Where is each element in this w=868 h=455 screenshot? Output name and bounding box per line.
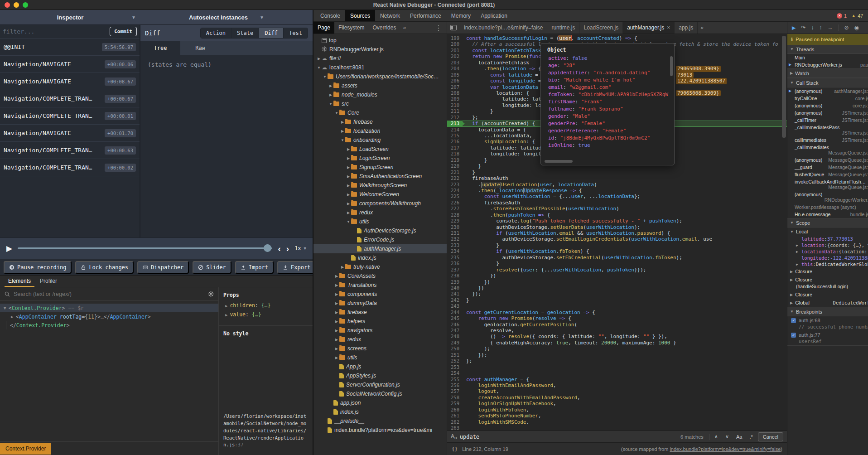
step-forward-icon[interactable]: › bbox=[286, 244, 289, 253]
scope-variable[interactable]: longitude: -122.4209113885… bbox=[787, 255, 868, 261]
line-number[interactable]: 245 bbox=[447, 315, 463, 321]
line-number[interactable]: 262 bbox=[447, 419, 463, 425]
component-tree-row[interactable]: ▼ <Context.Provider> == $r bbox=[0, 304, 218, 312]
file-tree-item[interactable]: ▶truly-native bbox=[313, 262, 447, 271]
play-icon[interactable]: ▶ bbox=[6, 244, 12, 253]
line-number[interactable]: 215 bbox=[447, 133, 463, 139]
file-tree-item[interactable]: AuthDeviceStorage.js bbox=[313, 226, 447, 235]
devtools-tab-memory[interactable]: Memory bbox=[446, 10, 476, 21]
regex-toggle[interactable]: .* bbox=[747, 433, 755, 440]
line-number[interactable]: 210 bbox=[447, 102, 463, 108]
line-number[interactable]: 240 bbox=[447, 285, 463, 291]
component-tree-row[interactable]: ▶ <AppContainer rootTag={11}>…</AppConta… bbox=[0, 312, 218, 321]
call-stack-frame[interactable]: Worker.postMessage (async) bbox=[787, 203, 868, 211]
thread-item[interactable]: ▶RNDebuggerWorker.jspaused bbox=[787, 61, 868, 68]
code-line[interactable]: 257 logout, bbox=[447, 388, 787, 394]
action-item[interactable]: Navigation/NAVIGATE+00:01.70 bbox=[0, 125, 140, 142]
action-item[interactable]: Navigation/COMPLETE_TRAN…+00:00.01 bbox=[0, 107, 140, 125]
file-tree-item[interactable]: ▶LoginScreen bbox=[313, 154, 447, 163]
file-tree-item[interactable]: ▼src bbox=[313, 99, 447, 108]
match-case-toggle[interactable]: Aa bbox=[734, 433, 744, 440]
line-number[interactable]: 221 bbox=[447, 169, 463, 175]
file-tree-item[interactable]: SocialNetworkConfig.js bbox=[313, 389, 447, 398]
code-line[interactable]: 253 bbox=[447, 364, 787, 370]
call-stack-frame[interactable]: Hn.e.onmessagebundle.js:10 bbox=[787, 211, 868, 218]
code-line[interactable]: 232 authDeviceStorage.setEmailLoginCrede… bbox=[447, 236, 787, 242]
file-tab-runtime-js[interactable]: runtime.js bbox=[547, 22, 579, 34]
threads-section-header[interactable]: ▼Threads bbox=[787, 45, 868, 54]
code-line[interactable]: 252}; bbox=[447, 358, 787, 364]
toolbar-slider-button[interactable]: Slider bbox=[193, 261, 231, 274]
file-tree-item[interactable]: ▼Users/florian/workspace/instamobile/Soc… bbox=[313, 72, 447, 81]
line-number[interactable]: 259 bbox=[447, 401, 463, 407]
toolbar-export-button[interactable]: Export bbox=[277, 261, 316, 274]
error-count-badge[interactable]: ✕1 bbox=[837, 13, 847, 19]
line-number[interactable]: 207 bbox=[447, 84, 463, 90]
file-tree-item[interactable]: ▶CoreAssets bbox=[313, 271, 447, 281]
prop-row[interactable]: ▶value: {…} bbox=[219, 310, 313, 319]
diff-view-tree[interactable]: Tree bbox=[140, 41, 180, 55]
editor-scrollbar[interactable] bbox=[782, 36, 786, 138]
line-number[interactable]: 202 bbox=[447, 53, 463, 59]
action-item[interactable]: Navigation/NAVIGATE+00:00.06 bbox=[0, 56, 140, 73]
action-filter-input[interactable] bbox=[3, 28, 107, 35]
scope-variable[interactable]: latitude: 37.773013 bbox=[787, 236, 868, 242]
line-number[interactable]: 257 bbox=[447, 388, 463, 394]
file-tree-item[interactable]: __prelude__ bbox=[313, 416, 447, 426]
file-tree-item[interactable]: App.js bbox=[313, 362, 447, 371]
step-over-icon[interactable]: ↷ bbox=[801, 24, 805, 31]
file-tree-item[interactable]: ▶dummyData bbox=[313, 299, 447, 308]
code-editor[interactable]: 199const handleSuccessfulLogin = (user, … bbox=[447, 34, 787, 431]
breakpoint-item[interactable]: ✓auth.js:77usersRef bbox=[787, 331, 868, 345]
file-tree-item[interactable]: index.js bbox=[313, 407, 447, 416]
step-out-icon[interactable]: ↑ bbox=[820, 24, 822, 31]
code-line[interactable]: 241 }); bbox=[447, 291, 787, 297]
tooltip-vertical-scrollbar[interactable] bbox=[670, 56, 673, 76]
code-line[interactable]: 225 const userWithLocation = {...user, .… bbox=[447, 194, 787, 199]
devtools-tab-sources[interactable]: Sources bbox=[345, 10, 375, 21]
navigator-menu-icon[interactable]: ⋮ bbox=[430, 22, 447, 34]
line-number[interactable]: 239 bbox=[447, 279, 463, 285]
call-stack-frame[interactable]: _callImmediatesMessageQueue.js:407 bbox=[787, 144, 868, 156]
deactivate-breakpoints-icon[interactable]: ⊘ bbox=[844, 24, 849, 31]
line-number[interactable]: 199 bbox=[447, 35, 463, 41]
line-number[interactable]: 228 bbox=[447, 212, 463, 218]
line-number[interactable]: 238 bbox=[447, 273, 463, 279]
line-number[interactable]: 246 bbox=[447, 322, 463, 328]
toolbar-dispatcher-button[interactable]: Dispatcher bbox=[137, 261, 189, 274]
scope-section-closure[interactable]: ▶Closure bbox=[787, 267, 868, 276]
component-tree-row[interactable]: </Context.Provider> bbox=[6, 321, 218, 329]
file-tree-item[interactable]: ▶SignupScreen bbox=[313, 163, 447, 172]
line-number[interactable]: 223 bbox=[447, 182, 463, 188]
line-number[interactable]: 263 bbox=[447, 425, 463, 431]
line-number[interactable]: 244 bbox=[447, 310, 463, 315]
gear-icon[interactable] bbox=[208, 291, 214, 297]
line-number[interactable]: 237 bbox=[447, 267, 463, 273]
line-number[interactable]: 227 bbox=[447, 206, 463, 212]
code-line[interactable]: 236 } bbox=[447, 261, 787, 266]
diff-view-raw[interactable]: Raw bbox=[180, 41, 220, 55]
code-line[interactable]: 243 bbox=[447, 303, 787, 309]
code-line[interactable]: 238 }) bbox=[447, 273, 787, 279]
code-line[interactable]: 258 createAccountWithEmailAndPassword, bbox=[447, 395, 787, 401]
action-item[interactable]: Navigation/COMPLETE_TRAN…+00:00.02 bbox=[0, 159, 140, 176]
scope-section-header[interactable]: ▼Scope bbox=[787, 218, 868, 228]
diff-mode-test[interactable]: Test bbox=[283, 28, 308, 38]
line-number[interactable]: 260 bbox=[447, 407, 463, 413]
playback-slider[interactable] bbox=[18, 245, 272, 252]
line-number[interactable]: 236 bbox=[447, 261, 463, 266]
call-stack-section-header[interactable]: ▼Call Stack bbox=[787, 78, 868, 87]
step-into-icon[interactable]: ↓ bbox=[811, 24, 814, 31]
file-tree-item[interactable]: index.bundle?platform=ios&dev=true&mi bbox=[313, 426, 447, 435]
line-number[interactable]: 261 bbox=[447, 413, 463, 419]
file-tree-item[interactable]: ▶components bbox=[313, 290, 447, 299]
scope-section-global[interactable]: ▶GlobalDedicatedWorke… bbox=[787, 299, 868, 307]
file-tree-item[interactable]: ▶Translations bbox=[313, 281, 447, 290]
line-number[interactable]: 258 bbox=[447, 395, 463, 401]
file-tab-index-bundle-pl-e-minify-false[interactable]: index.bundle?pl…e&minify=false bbox=[460, 22, 547, 34]
code-line[interactable]: 260 loginWithFbToken, bbox=[447, 407, 787, 413]
code-line[interactable]: 256 loginWithEmailAndPassword, bbox=[447, 382, 787, 388]
source-mapped-link[interactable]: index.bundle?platform=ios&dev=true&minif… bbox=[670, 446, 781, 452]
file-tree-item[interactable]: ▶helpers bbox=[313, 317, 447, 326]
call-stack-frame[interactable]: (anonymous)core.js:123 bbox=[787, 102, 868, 109]
